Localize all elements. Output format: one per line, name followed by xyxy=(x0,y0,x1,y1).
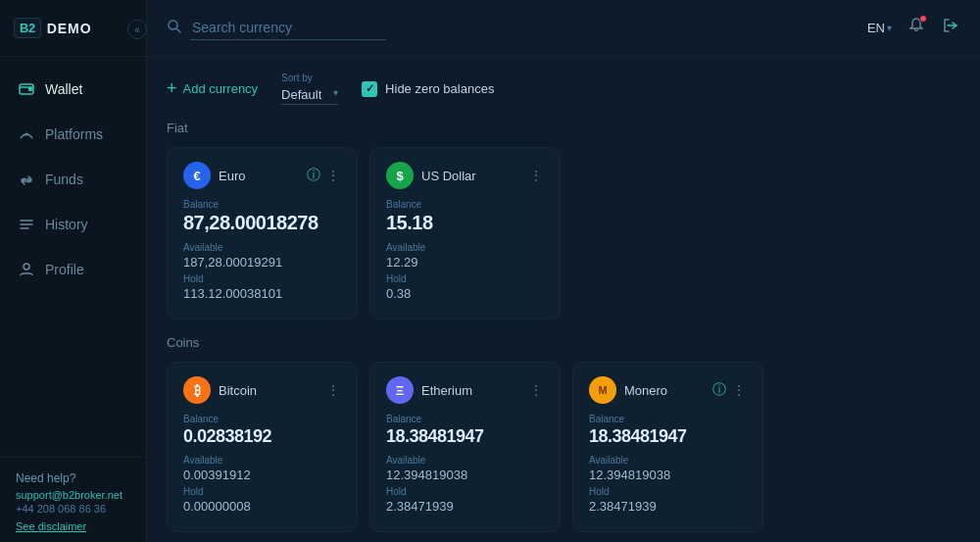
ethereum-available-value: 12.394819038 xyxy=(386,468,544,482)
ethereum-more-icon[interactable]: ⋮ xyxy=(529,382,544,398)
funds-icon xyxy=(18,171,35,188)
sidebar-item-history[interactable]: History xyxy=(0,202,146,247)
language-selector[interactable]: EN ▾ xyxy=(867,21,892,35)
profile-icon xyxy=(18,261,35,278)
monero-icon: M xyxy=(589,376,616,404)
usd-available-wrapper: Available 12.29 xyxy=(386,242,544,270)
euro-available-wrapper: Available 187,28.00019291 xyxy=(183,242,341,270)
bitcoin-hold-wrapper: Hold 0.00000008 xyxy=(183,486,341,514)
usd-hold-value: 0.38 xyxy=(386,286,544,301)
usd-more-icon[interactable]: ⋮ xyxy=(529,168,544,183)
ethereum-balance-label: Balance xyxy=(386,414,544,424)
bitcoin-balance-label: Balance xyxy=(183,414,341,424)
monero-header-right: ⓘ ⋮ xyxy=(712,381,747,399)
euro-balance-value: 87,28.00018278 xyxy=(183,212,341,234)
monero-info-icon[interactable]: ⓘ xyxy=(712,381,726,399)
euro-available-value: 187,28.00019291 xyxy=(183,255,341,270)
logout-button[interactable] xyxy=(941,16,960,40)
sort-select[interactable]: Default xyxy=(281,85,338,105)
sidebar-item-platforms[interactable]: Platforms xyxy=(0,112,146,157)
euro-more-icon[interactable]: ⋮ xyxy=(326,168,341,183)
bitcoin-icon: ₿ xyxy=(183,376,211,404)
monero-name: Monero xyxy=(624,383,667,398)
hide-zero-balances-wrapper[interactable]: ✓ Hide zero balances xyxy=(362,81,494,97)
monero-available-label: Available xyxy=(589,455,747,466)
sidebar-funds-label: Funds xyxy=(45,172,83,187)
sidebar-history-label: History xyxy=(45,217,88,232)
support-email[interactable]: support@b2broker.net xyxy=(16,489,130,501)
euro-name: Euro xyxy=(219,169,245,183)
ethereum-card: Ξ Etherium ⋮ Balance 18.38481947 Availab… xyxy=(369,362,561,532)
notifications-button[interactable] xyxy=(907,17,925,39)
add-currency-button[interactable]: + Add currency xyxy=(167,78,258,99)
monero-hold-wrapper: Hold 2.38471939 xyxy=(589,486,747,514)
usd-header-right: ⋮ xyxy=(529,168,544,183)
usd-balance-value: 15.18 xyxy=(386,212,544,234)
bitcoin-available-wrapper: Available 0.00391912 xyxy=(183,455,341,482)
usd-available-value: 12.29 xyxy=(386,255,544,270)
bitcoin-available-label: Available xyxy=(183,455,341,466)
fiat-cards-grid: € Euro ⓘ ⋮ Balance 87,28.00018278 Availa… xyxy=(167,147,960,320)
ethereum-icon: Ξ xyxy=(386,376,414,404)
lang-label: EN xyxy=(867,21,885,35)
usd-hold-wrapper: Hold 0.38 xyxy=(386,273,544,301)
notification-badge xyxy=(919,15,927,23)
ethereum-available-label: Available xyxy=(386,455,544,466)
monero-header-left: M Monero xyxy=(589,376,667,404)
usd-balance-label: Balance xyxy=(386,199,544,210)
monero-hold-value: 2.38471939 xyxy=(589,499,747,514)
add-currency-label: Add currency xyxy=(183,81,259,96)
sidebar: B2 DEMO « Wallet Platforms xyxy=(0,0,147,542)
sort-select-wrapper: Default xyxy=(281,85,338,105)
svg-point-7 xyxy=(24,264,29,270)
bitcoin-name: Bitcoin xyxy=(219,383,257,398)
bitcoin-header-right: ⋮ xyxy=(326,382,341,398)
header: EN ▾ xyxy=(147,0,980,57)
sort-by-wrapper: Sort by Default xyxy=(281,73,338,105)
fiat-section-title: Fiat xyxy=(167,121,960,135)
disclaimer-link[interactable]: See disclaimer xyxy=(16,520,130,532)
euro-info-icon[interactable]: ⓘ xyxy=(307,167,320,184)
logo-b2: B2 xyxy=(14,18,41,38)
main-content: EN ▾ xyxy=(147,0,980,542)
logo-demo: DEMO xyxy=(47,21,92,36)
usd-hold-label: Hold xyxy=(386,273,544,284)
ethereum-hold-value: 2.38471939 xyxy=(386,499,544,514)
checkmark-icon: ✓ xyxy=(366,82,374,95)
bitcoin-available-value: 0.00391912 xyxy=(183,468,341,482)
usd-card-header: $ US Dollar ⋮ xyxy=(386,162,544,189)
euro-icon: € xyxy=(183,162,211,189)
usd-icon: $ xyxy=(386,162,414,189)
euro-hold-value: 113.12.00038101 xyxy=(183,286,341,301)
sidebar-item-profile[interactable]: Profile xyxy=(0,247,146,292)
monero-card-header: M Monero ⓘ ⋮ xyxy=(589,376,747,404)
sidebar-nav: Wallet Platforms Funds xyxy=(0,57,146,457)
coins-section-title: Coins xyxy=(167,335,960,350)
euro-hold-label: Hold xyxy=(183,273,341,284)
monero-hold-label: Hold xyxy=(589,486,747,497)
logo-area: B2 DEMO « xyxy=(0,0,146,57)
usd-header-left: $ US Dollar xyxy=(386,162,476,189)
euro-balance-label: Balance xyxy=(183,199,341,210)
sidebar-collapse-button[interactable]: « xyxy=(127,20,147,39)
euro-hold-wrapper: Hold 113.12.00038101 xyxy=(183,273,341,301)
search-input[interactable] xyxy=(190,16,386,40)
wallet-content: + Add currency Sort by Default ✓ Hide ze… xyxy=(147,57,980,542)
toolbar: + Add currency Sort by Default ✓ Hide ze… xyxy=(167,73,960,105)
usd-available-label: Available xyxy=(386,242,544,253)
sidebar-wallet-label: Wallet xyxy=(45,81,82,97)
monero-card: M Monero ⓘ ⋮ Balance 18.38481947 Availab… xyxy=(572,362,763,532)
hide-zero-checkbox[interactable]: ✓ xyxy=(362,81,377,97)
monero-available-value: 12.394819038 xyxy=(589,468,747,482)
bitcoin-more-icon[interactable]: ⋮ xyxy=(326,382,341,398)
sidebar-profile-label: Profile xyxy=(45,262,84,277)
usd-card: $ US Dollar ⋮ Balance 15.18 Available 12… xyxy=(369,147,561,320)
fiat-section: Fiat € Euro ⓘ ⋮ Balance xyxy=(167,121,960,320)
bitcoin-balance-value: 0.02838192 xyxy=(183,426,341,447)
sidebar-item-funds[interactable]: Funds xyxy=(0,157,146,202)
sidebar-platforms-label: Platforms xyxy=(45,126,103,142)
monero-more-icon[interactable]: ⋮ xyxy=(732,382,747,398)
sidebar-item-wallet[interactable]: Wallet xyxy=(0,67,146,112)
lang-arrow: ▾ xyxy=(887,23,892,33)
euro-header-right: ⓘ ⋮ xyxy=(307,167,341,184)
